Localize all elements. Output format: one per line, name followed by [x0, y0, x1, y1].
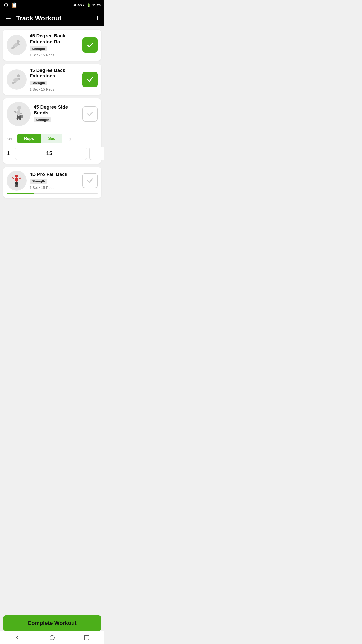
exercise-avatar-1 — [7, 35, 27, 55]
exercise-card-3: 45 Degree Side Bends Strength Set Reps S… — [3, 98, 101, 164]
category-badge-2: Strength — [30, 80, 47, 85]
bluetooth-icon: ✱ — [73, 3, 76, 7]
exercise-name-2: 45 Degree Back Extensions — [30, 68, 79, 79]
check-button-1[interactable] — [82, 37, 98, 53]
card-info-1: 45 Degree Back Extension Ro... Strength … — [30, 33, 79, 57]
sets-reps-1: 1 Set • 15 Reps — [30, 53, 79, 57]
svg-rect-25 — [17, 185, 18, 187]
svg-rect-20 — [15, 178, 18, 182]
sets-reps-2: 1 Set • 15 Reps — [30, 87, 79, 91]
svg-rect-24 — [15, 185, 17, 187]
exercise-avatar-2 — [7, 69, 27, 90]
set-row-1: 1 + — [7, 147, 98, 160]
checkmark-icon-1 — [86, 42, 94, 49]
set-col-label: Set — [7, 137, 15, 141]
clipboard-icon: 📋 — [11, 2, 17, 8]
category-badge-3: Strength — [34, 117, 51, 122]
gear-icon: ⚙ — [4, 2, 9, 8]
svg-point-1 — [17, 40, 20, 43]
category-badge-4: Strength — [30, 179, 47, 184]
card-header-3: 45 Degree Side Bends Strength — [7, 102, 98, 126]
battery-icon: 🔋 — [87, 3, 91, 7]
checkmark-icon-3 — [86, 110, 94, 117]
exercise-name-1: 45 Degree Back Extension Ro... — [30, 33, 79, 45]
toggle-row: Set Reps Sec kg — [7, 134, 98, 143]
card-header-1: 45 Degree Back Extension Ro... Strength … — [7, 33, 98, 57]
page-title: Track Workout — [16, 14, 95, 22]
svg-point-6 — [17, 74, 20, 77]
status-left-icons: ⚙ 📋 — [4, 2, 17, 8]
add-button[interactable]: + — [95, 14, 100, 22]
checkmark-icon-4 — [86, 177, 94, 184]
progress-bar-fill — [7, 193, 34, 194]
exercise-card-2: 45 Degree Back Extensions Strength 1 Set… — [3, 64, 101, 95]
card-header-4: 4D Pro Fall Back Strength 1 Set • 15 Rep… — [7, 171, 98, 191]
card-info-3: 45 Degree Side Bends Strength — [34, 104, 79, 124]
svg-point-19 — [15, 175, 18, 178]
check-button-4[interactable] — [82, 173, 98, 188]
svg-rect-23 — [15, 182, 18, 185]
category-badge-1: Strength — [30, 46, 47, 51]
signal-icon: 4G▲ — [78, 3, 85, 7]
kg-col-label: kg — [67, 137, 71, 141]
status-bar: ⚙ 📋 ✱ 4G▲ 🔋 11:26 — [0, 0, 104, 10]
svg-point-11 — [17, 106, 21, 110]
progress-bar — [7, 193, 98, 194]
reps-sec-toggle: Reps Sec — [17, 134, 62, 143]
set-number-1: 1 — [7, 150, 13, 157]
sets-reps-4: 1 Set • 15 Reps — [30, 186, 79, 190]
check-button-2[interactable] — [82, 72, 98, 87]
check-button-3[interactable] — [82, 106, 98, 122]
time-display: 11:26 — [92, 3, 101, 7]
exercise-card-1: 45 Degree Back Extension Ro... Strength … — [3, 30, 101, 61]
card-header-2: 45 Degree Back Extensions Strength 1 Set… — [7, 68, 98, 92]
exercise-avatar-3 — [7, 102, 31, 126]
exercise-list: 45 Degree Back Extension Ro... Strength … — [0, 26, 104, 221]
kg-input-1[interactable] — [89, 147, 104, 160]
status-right-icons: ✱ 4G▲ 🔋 11:26 — [73, 3, 101, 7]
checkmark-icon-2 — [86, 76, 94, 83]
exercise-avatar-4 — [7, 171, 27, 191]
exercise-name-3: 45 Degree Side Bends — [34, 104, 79, 116]
sec-toggle-btn[interactable]: Sec — [41, 134, 62, 143]
set-tracking-3: Set Reps Sec kg 1 + — [7, 130, 98, 160]
exercise-name-4: 4D Pro Fall Back — [30, 172, 79, 177]
card-info-2: 45 Degree Back Extensions Strength 1 Set… — [30, 68, 79, 92]
reps-input-1[interactable] — [15, 147, 87, 160]
back-button[interactable]: ← — [5, 14, 12, 22]
card-info-4: 4D Pro Fall Back Strength 1 Set • 15 Rep… — [30, 172, 79, 190]
reps-toggle-btn[interactable]: Reps — [17, 134, 41, 143]
exercise-card-4: 4D Pro Fall Back Strength 1 Set • 15 Rep… — [3, 167, 101, 198]
top-bar: ← Track Workout + — [0, 10, 104, 26]
